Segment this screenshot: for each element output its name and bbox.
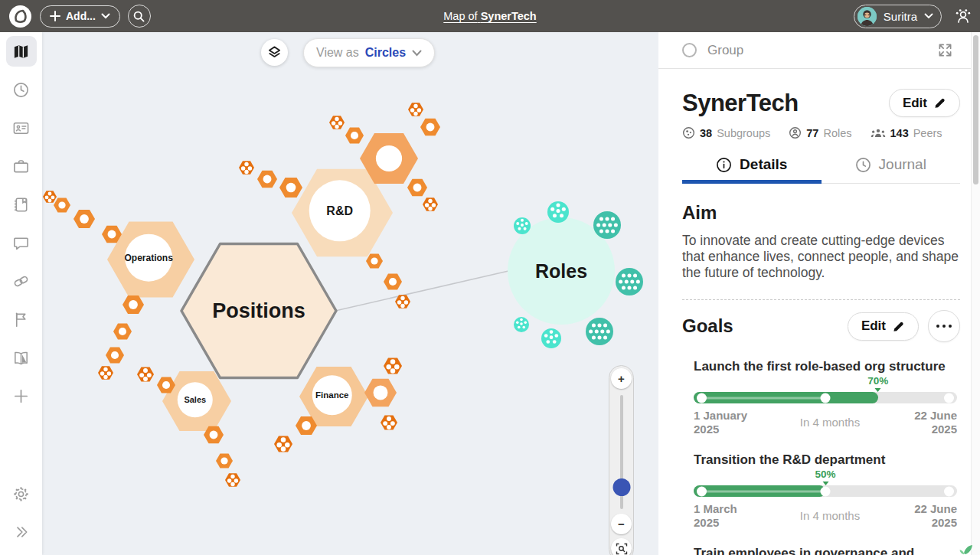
role-circle[interactable]	[514, 217, 531, 234]
goal-progress-bar[interactable]: 70%	[694, 392, 957, 403]
mini-hex-node[interactable]	[420, 119, 440, 136]
zoom-in-button[interactable]: +	[611, 368, 632, 389]
mini-hex-node[interactable]	[122, 295, 144, 314]
mini-hex-cluster[interactable]	[274, 436, 292, 452]
mini-hex-cluster[interactable]	[239, 161, 254, 174]
zoom-control: + −	[609, 365, 634, 555]
sidebar-item-tasks[interactable]	[6, 151, 37, 181]
mini-hex-node[interactable]	[345, 128, 364, 144]
people-button[interactable]	[954, 8, 972, 24]
group-radio[interactable]	[682, 43, 697, 57]
sidebar-item-flags[interactable]	[6, 304, 37, 335]
mini-hex-cluster[interactable]	[384, 358, 402, 374]
role-circle[interactable]	[547, 201, 569, 223]
role-circle[interactable]	[586, 318, 613, 345]
add-button[interactable]: Add...	[40, 5, 120, 28]
goal-percent-badge: 50%	[815, 469, 835, 485]
scrollbar-thumb[interactable]	[973, 35, 978, 184]
mini-hex-node[interactable]	[216, 454, 233, 468]
mini-hex-node[interactable]	[279, 178, 302, 198]
add-button-label: Add...	[66, 10, 96, 22]
goals-title: Goals	[682, 315, 733, 337]
mini-hex-node[interactable]	[54, 198, 70, 213]
role-circle[interactable]	[514, 317, 529, 332]
goals-more-button[interactable]	[928, 310, 960, 342]
mini-hex-cluster[interactable]	[408, 103, 423, 116]
zoom-slider-thumb[interactable]	[612, 478, 630, 496]
zoom-slider[interactable]	[620, 395, 623, 509]
chevron-down-icon	[101, 13, 110, 19]
avatar	[858, 7, 877, 26]
sidebar-item-library[interactable]	[6, 342, 37, 373]
org-stats: 38 Subgroups 77 Roles 143 Peers	[682, 126, 960, 139]
view-as-dropdown[interactable]: View as Circles	[303, 38, 435, 67]
mini-hex-node[interactable]	[384, 274, 402, 290]
map-icon	[12, 43, 30, 60]
chevrons-right-icon	[14, 524, 29, 540]
sidebar-item-history[interactable]	[6, 74, 37, 105]
mini-hex-node[interactable]	[113, 324, 132, 340]
goal-end-date: 22 June 2025	[896, 502, 957, 529]
stat-roles: 77 Roles	[789, 126, 851, 139]
sidebar-item-settings[interactable]	[6, 478, 37, 509]
node-label: Finance	[315, 390, 348, 400]
fit-screen-icon	[616, 543, 628, 555]
user-name: Suritra	[884, 10, 917, 23]
edit-goals-button[interactable]: Edit	[848, 312, 919, 341]
goal-title: Launch the first role-based org structur…	[694, 359, 957, 374]
sidebar-item-map[interactable]	[6, 36, 37, 67]
mini-hex-cluster[interactable]	[381, 416, 397, 430]
expand-panel-button[interactable]	[938, 43, 952, 57]
sidebar-item-add[interactable]	[6, 380, 37, 411]
mini-hex-cluster[interactable]	[43, 191, 57, 203]
chevron-down-icon	[924, 13, 933, 19]
mini-hex-cluster[interactable]	[225, 473, 240, 486]
role-circle[interactable]	[593, 211, 621, 239]
layers-button[interactable]	[261, 39, 288, 66]
mini-hex-node[interactable]	[366, 254, 383, 269]
mini-hex-node[interactable]	[407, 179, 427, 197]
role-circle[interactable]	[616, 268, 643, 295]
goal-start-date: 1 January 2025	[694, 409, 764, 436]
role-circle[interactable]	[541, 328, 561, 348]
sprout-icon	[959, 544, 974, 555]
people-icon	[954, 8, 972, 24]
view-as-label: View as	[316, 46, 359, 60]
search-button[interactable]	[128, 5, 151, 28]
person-circle-icon	[789, 126, 802, 139]
mini-hex-node[interactable]	[106, 348, 124, 364]
mini-hex-cluster[interactable]	[423, 198, 438, 211]
org-map-canvas[interactable]: PositionsR&DOperationsSalesFinanceRoles …	[42, 32, 658, 555]
panel-tabs: Details Journal	[682, 156, 960, 184]
tab-details[interactable]: Details	[682, 156, 822, 183]
user-menu[interactable]: Suritra	[854, 5, 942, 28]
flag-icon	[12, 311, 30, 328]
org-map-svg[interactable]: PositionsR&DOperationsSalesFinanceRoles	[42, 32, 658, 555]
map-title-link[interactable]: Map of SynerTech	[443, 10, 536, 22]
zoom-fit-button[interactable]	[611, 538, 632, 555]
sidebar-item-notebook[interactable]	[6, 189, 37, 220]
mini-hex-cluster[interactable]	[329, 116, 345, 129]
sidebar-item-links[interactable]	[6, 266, 37, 296]
info-circle-icon	[716, 157, 732, 173]
stat-peers: 143 Peers	[871, 127, 942, 139]
zoom-out-button[interactable]: −	[611, 514, 632, 534]
sidebar-item-messages[interactable]	[6, 227, 37, 258]
mini-hex-node[interactable]	[364, 379, 397, 406]
app-logo[interactable]	[8, 4, 32, 28]
goal-percent-badge: 70%	[867, 376, 888, 392]
sidebar-collapse-button[interactable]	[6, 517, 37, 547]
mini-hex-node[interactable]	[257, 171, 277, 188]
goal-progress-bar[interactable]: 50%	[694, 485, 957, 497]
edit-group-button[interactable]: Edit	[889, 89, 960, 117]
goal-item: Train employees in governance and tactic…	[694, 546, 957, 555]
mini-hex-cluster[interactable]	[98, 366, 113, 379]
tab-journal[interactable]: Journal	[822, 156, 961, 183]
pencil-icon	[933, 96, 946, 109]
clock-icon	[12, 81, 30, 99]
sidebar-item-contacts[interactable]	[6, 113, 37, 143]
mini-hex-cluster[interactable]	[137, 367, 154, 382]
mini-hex-node[interactable]	[74, 210, 95, 228]
panel-scrollbar[interactable]	[971, 32, 980, 555]
goal-time-remaining: In 4 months	[764, 509, 896, 522]
